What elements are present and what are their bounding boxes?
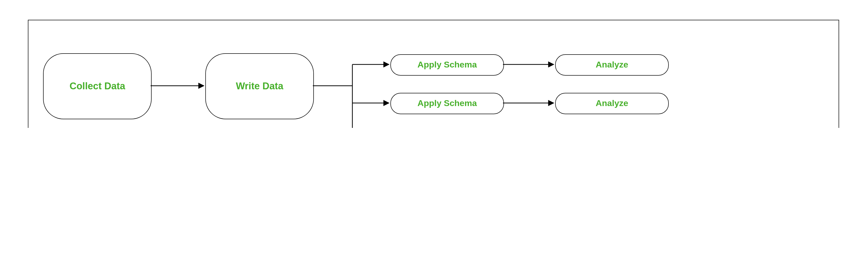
node-write-data: Write Data	[205, 53, 314, 119]
node-analyze-2: Analyze	[555, 93, 669, 114]
node-label: Write Data	[236, 81, 283, 92]
node-label: Apply Schema	[417, 60, 477, 70]
node-label: Apply Schema	[417, 98, 477, 109]
diagram-canvas: Collect Data Write Data Apply Schema App…	[0, 0, 868, 128]
node-apply-schema-2: Apply Schema	[391, 93, 504, 114]
node-label: Analyze	[596, 60, 628, 70]
node-label: Collect Data	[69, 81, 125, 92]
node-collect-data: Collect Data	[43, 53, 152, 119]
node-analyze-1: Analyze	[555, 54, 669, 76]
node-label: Analyze	[596, 98, 628, 109]
node-apply-schema-1: Apply Schema	[391, 54, 504, 76]
